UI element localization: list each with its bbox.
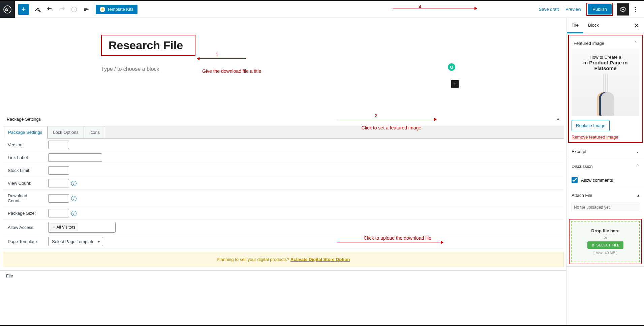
annotation-featured-highlight: Featured image ⌃ How to Create a m Produ… bbox=[568, 35, 643, 143]
label-package-size: Package Size: bbox=[3, 207, 45, 219]
template-kits-label: Template Kits bbox=[107, 7, 133, 12]
panel-excerpt-header[interactable]: Excerpt ⌄ bbox=[567, 144, 644, 159]
annotation-3: Click to upload the download file bbox=[337, 242, 441, 242]
sidebar-tab-block[interactable]: Block bbox=[583, 18, 604, 33]
tab-icons[interactable]: Icons bbox=[84, 126, 105, 139]
inline-add-block-button[interactable]: + bbox=[451, 80, 459, 88]
drop-or-text: — or — bbox=[575, 235, 636, 239]
view-count-input[interactable] bbox=[48, 179, 69, 187]
link-label-input[interactable] bbox=[48, 153, 102, 162]
svg-point-0 bbox=[4, 6, 11, 13]
panel-discussion-title: Discussion bbox=[572, 164, 593, 169]
label-download-count: Download Count: bbox=[3, 190, 45, 207]
template-kits-icon: ⚡ bbox=[100, 7, 105, 12]
file-drop-zone[interactable]: Drop file here — or — 🗎 SELECT FILE [ Ma… bbox=[571, 221, 640, 262]
more-options-icon[interactable] bbox=[629, 3, 641, 16]
panel-attach-toggle-icon: ▴ bbox=[637, 193, 639, 198]
save-draft-button[interactable]: Save draft bbox=[535, 5, 562, 14]
digital-store-notice: Planning to sell your digital products? … bbox=[3, 252, 564, 267]
stock-limit-input[interactable] bbox=[48, 166, 69, 175]
svg-point-2 bbox=[622, 8, 624, 10]
annotation-title-highlight: Research File bbox=[101, 35, 195, 56]
annotation-1: 1 Give the download file a title bbox=[199, 58, 246, 59]
max-size-text: [ Max: 40 MB ] bbox=[575, 251, 636, 255]
top-toolbar: + ⚡ Template Kits 4 Save draft Preview P… bbox=[0, 1, 644, 18]
panel-featured-title: Featured image bbox=[574, 41, 604, 46]
preview-button[interactable]: Preview bbox=[562, 5, 584, 14]
chevron-up-icon: ⌃ bbox=[636, 164, 639, 169]
label-stock-limit: Stock Limit: bbox=[3, 165, 45, 176]
panel-discussion-header[interactable]: Discussion ⌃ bbox=[567, 159, 644, 174]
version-input[interactable] bbox=[48, 141, 69, 149]
no-file-status bbox=[572, 203, 639, 212]
annotation-2: 2 Click to set a featured image bbox=[337, 119, 435, 119]
panel-attach-file-header[interactable]: Attach File ▴ bbox=[567, 188, 644, 203]
annotation-2-number: 2 bbox=[375, 113, 377, 118]
metabox-toggle-icon[interactable]: ▲ bbox=[556, 117, 560, 122]
svg-point-3 bbox=[635, 7, 636, 8]
annotation-dropzone-highlight: Drop file here — or — 🗎 SELECT FILE [ Ma… bbox=[569, 219, 642, 264]
download-count-input[interactable] bbox=[48, 194, 69, 203]
svg-point-4 bbox=[635, 9, 636, 10]
access-tag-all-visitors[interactable]: ×All Visitors bbox=[50, 224, 78, 231]
allow-comments-checkbox[interactable] bbox=[572, 177, 578, 183]
add-block-button[interactable]: + bbox=[18, 4, 29, 15]
panel-featured-toggle-icon[interactable]: ⌃ bbox=[634, 41, 637, 46]
svg-point-5 bbox=[635, 11, 636, 12]
label-allow-access: Allow Access: bbox=[3, 221, 45, 233]
tab-lock-options[interactable]: Lock Options bbox=[48, 126, 84, 139]
block-placeholder[interactable]: Type / to choose a block bbox=[101, 66, 465, 72]
edit-mode-icon[interactable] bbox=[32, 3, 44, 16]
tab-package-settings[interactable]: Package Settings bbox=[3, 126, 48, 139]
list-view-icon[interactable] bbox=[80, 3, 92, 16]
allow-comments-label: Allow comments bbox=[581, 178, 613, 183]
annotation-3-text: Click to upload the download file bbox=[364, 235, 431, 241]
info-icon-view-count[interactable]: i bbox=[71, 181, 76, 186]
info-icon-package-size[interactable]: i bbox=[71, 211, 76, 216]
undo-icon[interactable] bbox=[44, 3, 56, 16]
select-file-button[interactable]: 🗎 SELECT FILE bbox=[587, 241, 624, 249]
editor-footer-breadcrumb[interactable]: File bbox=[0, 270, 566, 281]
label-link-label: Link Label: bbox=[3, 152, 45, 164]
redo-icon[interactable] bbox=[56, 3, 68, 16]
panel-attach-file-title: Attach File bbox=[572, 193, 592, 198]
annotation-2-text: Click to set a featured image bbox=[362, 125, 421, 130]
remove-tag-icon[interactable]: × bbox=[53, 225, 55, 229]
page-template-select[interactable]: Select Page Template bbox=[48, 237, 103, 246]
settings-sidebar: File Block ✕ Featured image ⌃ How to Cre… bbox=[566, 18, 644, 325]
label-page-template: Page Template: bbox=[3, 236, 45, 247]
sidebar-tab-file[interactable]: File bbox=[567, 18, 583, 33]
post-title-input[interactable]: Research File bbox=[109, 39, 188, 52]
package-settings-metabox: Package Settings ▲ Package Settings Lock… bbox=[3, 113, 564, 248]
activate-digital-store-link[interactable]: Activate Digital Store Option bbox=[290, 257, 350, 262]
chevron-down-icon: ⌄ bbox=[636, 149, 639, 154]
annotation-publish-highlight: Publish bbox=[586, 3, 613, 16]
panel-excerpt-title: Excerpt bbox=[572, 149, 586, 154]
label-view-count: View Count: bbox=[3, 177, 45, 189]
info-icon-download-count[interactable]: i bbox=[71, 196, 76, 201]
label-version: Version: bbox=[3, 139, 45, 151]
template-kits-button[interactable]: ⚡ Template Kits bbox=[96, 5, 137, 14]
metabox-title: Package Settings bbox=[7, 117, 41, 122]
close-sidebar-icon[interactable]: ✕ bbox=[630, 22, 644, 29]
editor-canvas: Research File Type / to choose a block G… bbox=[0, 18, 566, 325]
allow-comments-row[interactable]: Allow comments bbox=[567, 174, 644, 188]
annotation-1-number: 1 bbox=[216, 52, 218, 57]
annotation-1-text: Give the download file a title bbox=[202, 68, 261, 74]
annotation-4-number: 4 bbox=[419, 4, 421, 9]
drop-text: Drop file here bbox=[575, 228, 636, 233]
replace-image-button[interactable]: Replace Image bbox=[572, 120, 610, 131]
wordpress-logo[interactable] bbox=[0, 1, 15, 18]
allow-access-input[interactable]: ×All Visitors bbox=[48, 222, 116, 233]
notice-text: Planning to sell your digital products? bbox=[217, 257, 290, 262]
featured-image-thumbnail[interactable]: How to Create a m Product Page in Flatso… bbox=[572, 49, 639, 116]
settings-icon[interactable] bbox=[617, 3, 629, 16]
publish-button[interactable]: Publish bbox=[588, 4, 612, 14]
file-icon: 🗎 bbox=[591, 243, 595, 247]
remove-featured-image-link[interactable]: Remove featured image bbox=[572, 135, 639, 140]
package-size-input[interactable] bbox=[48, 209, 69, 217]
info-icon[interactable] bbox=[68, 3, 80, 16]
grammarly-icon[interactable]: G bbox=[448, 63, 455, 71]
